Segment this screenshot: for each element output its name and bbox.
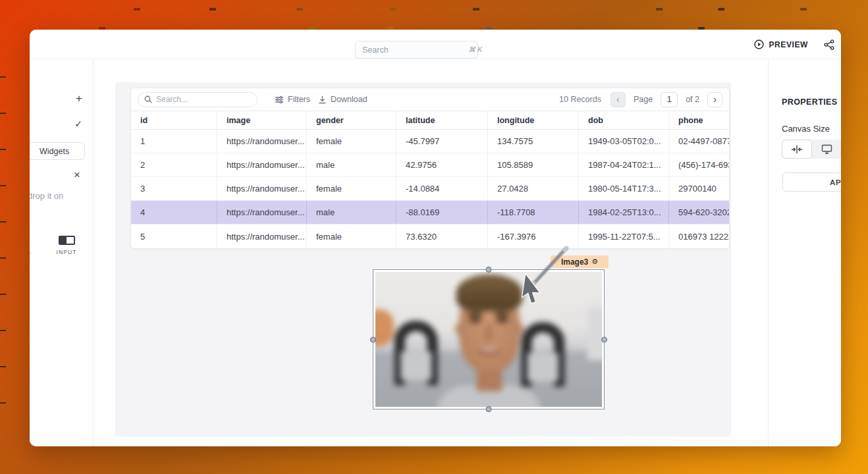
table-cell[interactable]: -167.3976 (488, 224, 579, 248)
table-cell[interactable]: 594-620-3202 (669, 201, 729, 224)
next-page-button[interactable]: › (707, 92, 722, 107)
filters-button[interactable]: Filters (275, 95, 310, 104)
photo-person-brow (468, 312, 482, 315)
table-cell[interactable]: 3 (131, 177, 217, 200)
table-cell[interactable]: 29700140 (669, 177, 729, 200)
column-header-longitude[interactable]: longitude (488, 111, 579, 129)
widget-name-tag[interactable]: Image3 ⚙ (551, 255, 609, 268)
photo-person-eye (469, 317, 481, 323)
ruler-tick (0, 402, 6, 404)
table-cell[interactable]: https://randomuser... (217, 177, 307, 200)
widget-settings-icon[interactable]: ⚙ (591, 258, 598, 265)
image-widget[interactable]: Image3 ⚙ (373, 269, 605, 409)
background-speck (800, 8, 807, 11)
table-cell[interactable]: 4 (131, 201, 217, 224)
page-label: Page (634, 95, 653, 104)
table-cell[interactable]: 2 (131, 153, 217, 176)
apply-button[interactable]: APP (782, 172, 841, 192)
table-cell[interactable]: -14.0884 (396, 177, 488, 200)
column-header-gender[interactable]: gender (307, 111, 396, 129)
prev-page-button[interactable]: ‹ (610, 92, 626, 107)
global-search[interactable]: ⌘ K (355, 41, 478, 59)
table-row-selected[interactable]: 4 https://randomuser... male -88.0169 -1… (131, 201, 729, 224)
table-cell[interactable]: 27.0428 (488, 177, 579, 200)
column-header-id[interactable]: id (131, 111, 217, 129)
table-cell[interactable]: female (307, 224, 396, 248)
resize-horizontal-icon (791, 145, 803, 154)
resize-handle-left[interactable] (370, 336, 376, 342)
table-cell[interactable]: (456)-174-693 (669, 153, 729, 176)
column-header-latitude[interactable]: latitude (396, 111, 488, 129)
page-number-input[interactable] (661, 92, 678, 107)
table-row[interactable]: 1 https://randomuser... female -45.7997 … (131, 130, 729, 153)
page-of-label: of 2 (686, 95, 699, 104)
sidebar-widget-input[interactable]: INPUT (49, 236, 84, 255)
table-cell[interactable]: https://randomuser... (217, 201, 307, 224)
table-cell[interactable]: 1995-11-22T07:5... (579, 224, 669, 248)
play-circle-icon (754, 40, 764, 49)
table-search-input[interactable] (156, 95, 251, 104)
table-row[interactable]: 3 https://randomuser... female -14.0884 … (131, 177, 729, 201)
photo-person-ear (456, 323, 463, 334)
photo-background-shape (587, 307, 602, 360)
background-speck (296, 8, 303, 11)
photo-person-mouth (479, 348, 500, 355)
close-icon[interactable]: × (70, 169, 84, 182)
download-button[interactable]: Download (318, 95, 367, 104)
properties-title: PROPERTIES (782, 97, 838, 107)
table-cell[interactable]: female (307, 130, 396, 153)
preview-label: PREVIEW (769, 40, 808, 49)
preview-button[interactable]: PREVIEW (754, 40, 808, 49)
table-row[interactable]: 5 https://randomuser... female 73.6320 -… (131, 224, 729, 248)
table-cell[interactable]: -118.7708 (488, 201, 579, 224)
column-header-phone[interactable]: phone (669, 111, 729, 129)
global-search-input[interactable] (362, 45, 468, 55)
share-icon[interactable] (824, 40, 834, 50)
search-shortcut-hint: ⌘ K (468, 45, 482, 54)
table-cell[interactable]: 42.9756 (396, 153, 488, 176)
table-cell[interactable]: 5 (131, 224, 217, 248)
ruler-tick (0, 257, 6, 259)
table-cell[interactable]: male (307, 153, 396, 176)
fit-width-toggle[interactable] (782, 140, 812, 159)
background-speck (209, 8, 216, 11)
table-cell[interactable]: male (307, 201, 396, 224)
desktop-size-toggle[interactable] (812, 140, 841, 159)
topbar: ⌘ K PREVIEW (30, 30, 841, 59)
table-cell[interactable]: https://randomuser... (217, 153, 307, 176)
photo-person-eye (496, 317, 508, 323)
table-cell[interactable]: 016973 12222 (669, 224, 729, 248)
table-cell[interactable]: 1980-05-14T17:3... (579, 177, 669, 200)
table-cell[interactable]: 1984-02-25T13:0... (579, 201, 669, 224)
table-cell[interactable]: 02-4497-0877 (669, 130, 729, 153)
search-icon (144, 95, 152, 103)
download-label: Download (331, 95, 367, 104)
ruler-tick (0, 149, 6, 150)
input-widget-icon (59, 236, 75, 245)
table-cell[interactable]: 1949-03-05T02:0... (579, 130, 669, 153)
table-cell[interactable]: 1987-04-24T02:1... (579, 153, 669, 176)
column-header-image[interactable]: image (217, 111, 307, 129)
widgets-tab[interactable]: Widgets (30, 142, 85, 160)
add-icon[interactable]: + (72, 92, 86, 105)
table-cell[interactable]: https://randomuser... (217, 224, 307, 248)
resize-handle-bottom[interactable] (486, 406, 492, 412)
resize-handle-right[interactable] (601, 336, 607, 342)
table-search[interactable] (138, 92, 258, 107)
check-icon[interactable]: ✓ (72, 117, 85, 130)
table-cell[interactable]: 73.6320 (396, 224, 488, 248)
properties-panel: PROPERTIES Canvas Size (769, 59, 841, 446)
table-cell[interactable]: 105.8589 (488, 153, 579, 176)
table-cell[interactable]: 1 (131, 130, 217, 153)
column-header-dob[interactable]: dob (579, 111, 669, 129)
table-row[interactable]: 2 https://randomuser... male 42.9756 105… (131, 153, 729, 177)
clipped-widget-label: T (30, 251, 31, 258)
table-cell[interactable]: https://randomuser... (217, 130, 307, 153)
background-speck (134, 8, 140, 11)
table-cell[interactable]: -88.0169 (396, 201, 488, 224)
table-cell[interactable]: female (307, 177, 396, 200)
resize-handle-top[interactable] (486, 267, 492, 273)
table-cell[interactable]: -45.7997 (396, 130, 488, 153)
table-cell[interactable]: 134.7575 (488, 130, 579, 153)
table-widget[interactable]: Filters Download 10 Records ‹ Page of 2 … (130, 88, 730, 249)
